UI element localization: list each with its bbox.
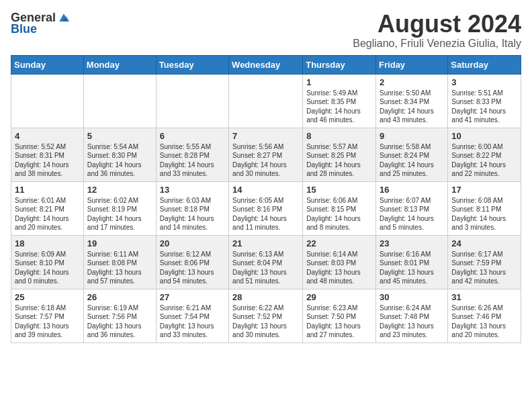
cell-content: Sunrise: 6:26 AM Sunset: 7:46 PM Dayligh… xyxy=(451,304,517,340)
cell-content: Sunrise: 6:06 AM Sunset: 8:15 PM Dayligh… xyxy=(306,196,372,232)
cell-content: Sunrise: 6:01 AM Sunset: 8:21 PM Dayligh… xyxy=(15,196,80,232)
day-number: 15 xyxy=(306,185,372,195)
calendar-cell: 31Sunrise: 6:26 AM Sunset: 7:46 PM Dayli… xyxy=(448,289,521,342)
calendar-cell xyxy=(11,74,84,128)
day-number: 18 xyxy=(15,238,80,248)
calendar-cell: 25Sunrise: 6:18 AM Sunset: 7:57 PM Dayli… xyxy=(11,289,84,342)
day-number: 20 xyxy=(160,238,225,248)
day-number: 5 xyxy=(87,131,152,141)
calendar-cell: 27Sunrise: 6:21 AM Sunset: 7:54 PM Dayli… xyxy=(156,289,228,342)
logo-icon xyxy=(57,11,71,25)
cell-content: Sunrise: 5:56 AM Sunset: 8:27 PM Dayligh… xyxy=(232,142,299,179)
calendar-cell: 8Sunrise: 5:57 AM Sunset: 8:25 PM Daylig… xyxy=(303,128,376,181)
day-number: 2 xyxy=(380,77,444,87)
calendar-cell: 11Sunrise: 6:01 AM Sunset: 8:21 PM Dayli… xyxy=(11,181,84,235)
calendar-header-tuesday: Tuesday xyxy=(156,55,228,74)
calendar-cell: 19Sunrise: 6:11 AM Sunset: 8:08 PM Dayli… xyxy=(83,235,156,289)
cell-content: Sunrise: 6:13 AM Sunset: 8:04 PM Dayligh… xyxy=(232,250,299,286)
logo: General Blue xyxy=(11,11,71,36)
calendar-cell: 22Sunrise: 6:14 AM Sunset: 8:03 PM Dayli… xyxy=(303,235,376,289)
cell-content: Sunrise: 5:50 AM Sunset: 8:34 PM Dayligh… xyxy=(380,89,444,125)
calendar-cell xyxy=(83,74,156,128)
cell-content: Sunrise: 6:00 AM Sunset: 8:22 PM Dayligh… xyxy=(451,142,517,179)
cell-content: Sunrise: 6:22 AM Sunset: 7:52 PM Dayligh… xyxy=(232,304,299,340)
cell-content: Sunrise: 5:55 AM Sunset: 8:28 PM Dayligh… xyxy=(160,142,225,179)
calendar-cell: 15Sunrise: 6:06 AM Sunset: 8:15 PM Dayli… xyxy=(303,181,376,235)
day-number: 31 xyxy=(451,292,517,302)
cell-content: Sunrise: 5:58 AM Sunset: 8:24 PM Dayligh… xyxy=(380,142,444,179)
day-number: 28 xyxy=(232,292,299,302)
day-number: 29 xyxy=(306,292,372,302)
day-number: 3 xyxy=(451,77,517,87)
cell-content: Sunrise: 5:49 AM Sunset: 8:35 PM Dayligh… xyxy=(306,89,372,125)
day-number: 6 xyxy=(160,131,225,141)
calendar-cell: 16Sunrise: 6:07 AM Sunset: 8:13 PM Dayli… xyxy=(376,181,448,235)
day-number: 11 xyxy=(15,185,80,195)
day-number: 9 xyxy=(380,131,444,141)
calendar-cell: 24Sunrise: 6:17 AM Sunset: 7:59 PM Dayli… xyxy=(448,235,521,289)
calendar-week-2: 4Sunrise: 5:52 AM Sunset: 8:31 PM Daylig… xyxy=(11,128,521,181)
page-header: General Blue August 2024 Begliano, Friul… xyxy=(11,11,521,50)
calendar-cell: 2Sunrise: 5:50 AM Sunset: 8:34 PM Daylig… xyxy=(376,74,448,128)
calendar-cell: 13Sunrise: 6:03 AM Sunset: 8:18 PM Dayli… xyxy=(156,181,228,235)
day-number: 30 xyxy=(380,292,444,302)
calendar-cell: 20Sunrise: 6:12 AM Sunset: 8:06 PM Dayli… xyxy=(156,235,228,289)
day-number: 19 xyxy=(87,238,152,248)
calendar-cell: 1Sunrise: 5:49 AM Sunset: 8:35 PM Daylig… xyxy=(303,74,376,128)
calendar-cell: 30Sunrise: 6:24 AM Sunset: 7:48 PM Dayli… xyxy=(376,289,448,342)
cell-content: Sunrise: 6:12 AM Sunset: 8:06 PM Dayligh… xyxy=(160,250,225,286)
cell-content: Sunrise: 6:19 AM Sunset: 7:56 PM Dayligh… xyxy=(87,304,152,340)
cell-content: Sunrise: 6:05 AM Sunset: 8:16 PM Dayligh… xyxy=(232,196,299,232)
day-number: 8 xyxy=(306,131,372,141)
day-number: 17 xyxy=(451,185,517,195)
cell-content: Sunrise: 5:57 AM Sunset: 8:25 PM Dayligh… xyxy=(306,142,372,179)
cell-content: Sunrise: 5:54 AM Sunset: 8:30 PM Dayligh… xyxy=(87,142,152,179)
calendar-header-wednesday: Wednesday xyxy=(229,55,303,74)
day-number: 22 xyxy=(306,238,372,248)
cell-content: Sunrise: 6:18 AM Sunset: 7:57 PM Dayligh… xyxy=(15,304,80,340)
calendar-header-saturday: Saturday xyxy=(448,55,521,74)
calendar-cell: 18Sunrise: 6:09 AM Sunset: 8:10 PM Dayli… xyxy=(11,235,84,289)
calendar-cell xyxy=(229,74,303,128)
calendar-cell: 23Sunrise: 6:16 AM Sunset: 8:01 PM Dayli… xyxy=(376,235,448,289)
calendar-header-friday: Friday xyxy=(376,55,448,74)
calendar-cell: 21Sunrise: 6:13 AM Sunset: 8:04 PM Dayli… xyxy=(229,235,303,289)
cell-content: Sunrise: 6:24 AM Sunset: 7:48 PM Dayligh… xyxy=(380,304,444,340)
cell-content: Sunrise: 6:14 AM Sunset: 8:03 PM Dayligh… xyxy=(306,250,372,286)
day-number: 26 xyxy=(87,292,152,302)
calendar-cell: 26Sunrise: 6:19 AM Sunset: 7:56 PM Dayli… xyxy=(83,289,156,342)
cell-content: Sunrise: 6:09 AM Sunset: 8:10 PM Dayligh… xyxy=(15,250,80,286)
calendar-cell: 14Sunrise: 6:05 AM Sunset: 8:16 PM Dayli… xyxy=(229,181,303,235)
calendar-cell xyxy=(156,74,228,128)
calendar-cell: 17Sunrise: 6:08 AM Sunset: 8:11 PM Dayli… xyxy=(448,181,521,235)
calendar-cell: 6Sunrise: 5:55 AM Sunset: 8:28 PM Daylig… xyxy=(156,128,228,181)
cell-content: Sunrise: 6:11 AM Sunset: 8:08 PM Dayligh… xyxy=(87,250,152,286)
day-number: 14 xyxy=(232,185,299,195)
calendar-header-row: SundayMondayTuesdayWednesdayThursdayFrid… xyxy=(11,55,521,74)
calendar-table: SundayMondayTuesdayWednesdayThursdayFrid… xyxy=(11,55,521,343)
location-title: Begliano, Friuli Venezia Giulia, Italy xyxy=(353,38,521,50)
day-number: 13 xyxy=(160,185,225,195)
cell-content: Sunrise: 6:16 AM Sunset: 8:01 PM Dayligh… xyxy=(380,250,444,286)
calendar-week-1: 1Sunrise: 5:49 AM Sunset: 8:35 PM Daylig… xyxy=(11,74,521,128)
cell-content: Sunrise: 6:23 AM Sunset: 7:50 PM Dayligh… xyxy=(306,304,372,340)
day-number: 7 xyxy=(232,131,299,141)
day-number: 21 xyxy=(232,238,299,248)
calendar-header-monday: Monday xyxy=(83,55,156,74)
cell-content: Sunrise: 6:03 AM Sunset: 8:18 PM Dayligh… xyxy=(160,196,225,232)
day-number: 10 xyxy=(451,131,517,141)
calendar-week-3: 11Sunrise: 6:01 AM Sunset: 8:21 PM Dayli… xyxy=(11,181,521,235)
calendar-cell: 9Sunrise: 5:58 AM Sunset: 8:24 PM Daylig… xyxy=(376,128,448,181)
calendar-header-thursday: Thursday xyxy=(303,55,376,74)
calendar-week-4: 18Sunrise: 6:09 AM Sunset: 8:10 PM Dayli… xyxy=(11,235,521,289)
day-number: 12 xyxy=(87,185,152,195)
calendar-cell: 5Sunrise: 5:54 AM Sunset: 8:30 PM Daylig… xyxy=(83,128,156,181)
calendar-week-5: 25Sunrise: 6:18 AM Sunset: 7:57 PM Dayli… xyxy=(11,289,521,342)
day-number: 23 xyxy=(380,238,444,248)
day-number: 24 xyxy=(451,238,517,248)
title-area: August 2024 Begliano, Friuli Venezia Giu… xyxy=(353,11,521,50)
cell-content: Sunrise: 5:52 AM Sunset: 8:31 PM Dayligh… xyxy=(15,142,80,179)
cell-content: Sunrise: 6:08 AM Sunset: 8:11 PM Dayligh… xyxy=(451,196,517,232)
day-number: 16 xyxy=(380,185,444,195)
day-number: 1 xyxy=(306,77,372,87)
